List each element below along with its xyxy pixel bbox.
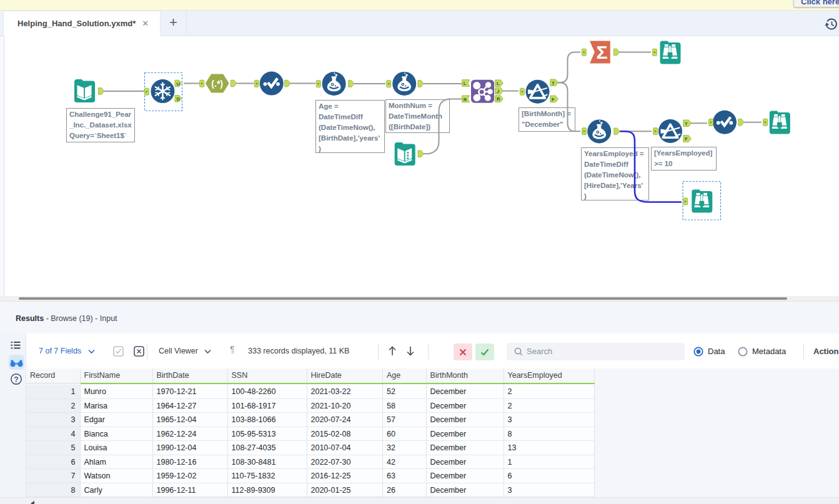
svg-text:R: R — [497, 96, 500, 102]
svg-text:F: F — [685, 136, 688, 142]
svg-text:T: T — [685, 121, 688, 127]
svg-text:D: D — [177, 96, 181, 102]
svg-text:T: T — [552, 81, 555, 86]
svg-text:J: J — [497, 89, 499, 94]
svg-text:L: L — [464, 81, 467, 86]
svg-text:L: L — [497, 81, 500, 86]
svg-text:R: R — [464, 97, 467, 102]
svg-text:F: F — [552, 97, 555, 102]
svg-text:U: U — [177, 81, 180, 87]
svg-text:?: ? — [14, 375, 18, 384]
